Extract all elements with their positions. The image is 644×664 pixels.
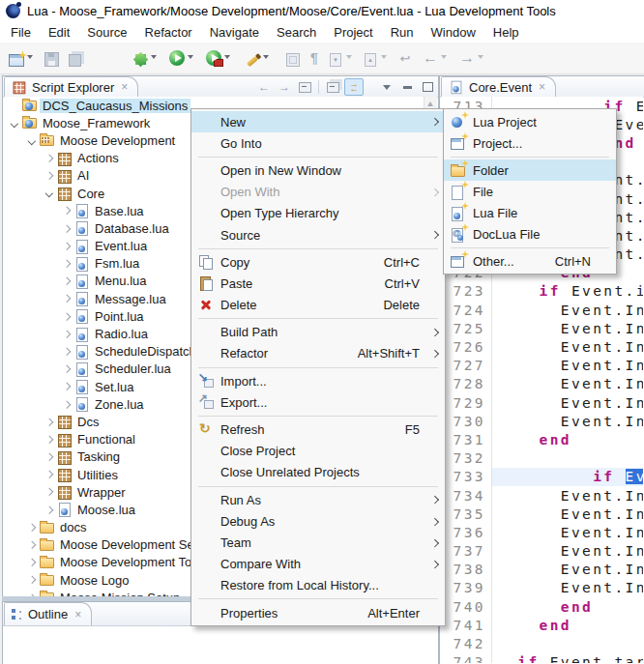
line-number[interactable]: 734	[441, 488, 491, 504]
prev-annotation-button[interactable]: ▲	[360, 46, 381, 70]
code-line-737[interactable]: 737 Event.IniDCSUnitName = Event.IniDCSU…	[441, 542, 643, 561]
menu-item-close-project[interactable]: Close Project	[191, 441, 445, 462]
code-line-725[interactable]: 725 Event.IniDCSUnitName = Event.IniDCSU…	[441, 319, 643, 337]
close-icon[interactable]: ×	[121, 80, 128, 94]
menu-item-properties[interactable]: PropertiesAlt+Enter	[191, 602, 445, 623]
menu-item-refactor[interactable]: RefactorAlt+Shift+T	[191, 343, 445, 364]
link-with-editor-icon[interactable]: →←	[344, 78, 364, 96]
line-number[interactable]: 733	[441, 469, 491, 484]
new-wizard-dropdown[interactable]	[27, 55, 33, 59]
chevron-collapsed-icon[interactable]	[25, 525, 39, 531]
menu-item-source[interactable]: Source	[191, 224, 445, 245]
chevron-expanded-icon[interactable]	[43, 190, 56, 196]
close-icon[interactable]: ×	[74, 608, 81, 621]
brush-button[interactable]	[242, 46, 263, 70]
forward-button[interactable]: →	[456, 46, 478, 70]
menu-item-go-into[interactable]: Go Into	[191, 132, 445, 154]
code-line-735[interactable]: 735 Event.IniGroupName = Event.IniDCSGro…	[441, 505, 643, 523]
chevron-collapsed-icon[interactable]	[43, 454, 56, 460]
back-history-icon[interactable]: ←	[255, 79, 273, 95]
external-tools-button[interactable]	[203, 46, 224, 70]
line-number[interactable]: 739	[441, 580, 491, 595]
code-line-726[interactable]: 726 Event.IniUnitName = Event.IniDCSUnit…	[441, 337, 643, 356]
debug-button[interactable]	[130, 46, 151, 70]
code-line-738[interactable]: 738 Event.IniUnitName = Event.IniDCSUnit…	[441, 561, 643, 579]
line-number[interactable]: 741	[441, 618, 491, 633]
line-number[interactable]: 735	[441, 506, 491, 522]
line-number[interactable]: 740	[441, 599, 491, 615]
tab-core-event[interactable]: Core.Event ×	[441, 76, 556, 97]
debug-dropdown[interactable]	[151, 55, 157, 59]
chevron-collapsed-icon[interactable]	[43, 156, 56, 161]
code-line-739[interactable]: 739 Event.IniUnit = UNIT:FindByName( Eve…	[441, 579, 643, 597]
menu-item-lua-project[interactable]: Lua Project	[444, 111, 616, 132]
new-wizard-button[interactable]	[6, 46, 27, 70]
code-line-741[interactable]: 741 end	[441, 616, 643, 634]
line-number[interactable]: 736	[441, 525, 491, 540]
chevron-collapsed-icon[interactable]	[43, 173, 56, 179]
code-line-728[interactable]: 728 Event.IniDCSGroup = Event.IniDCSUnit…	[441, 375, 643, 393]
collapse-all-icon[interactable]	[324, 79, 341, 95]
maximize-icon[interactable]	[419, 79, 436, 95]
chevron-collapsed-icon[interactable]	[25, 560, 39, 565]
line-number[interactable]: 729	[441, 395, 491, 411]
menu-item-open-type-hierarchy[interactable]: Open Type Hierarchy	[191, 203, 445, 224]
line-number[interactable]: 732	[441, 450, 491, 466]
chevron-collapsed-icon[interactable]	[25, 577, 39, 583]
line-number[interactable]: 728	[441, 376, 491, 391]
menu-item-build-path[interactable]: Build Path	[191, 322, 445, 343]
chevron-collapsed-icon[interactable]	[60, 208, 73, 214]
chevron-collapsed-icon[interactable]	[60, 366, 73, 372]
line-number[interactable]: 731	[441, 432, 491, 447]
view-menu-icon[interactable]	[378, 79, 395, 95]
code-line-740[interactable]: 740 end	[441, 597, 643, 616]
open-element-button[interactable]	[282, 46, 304, 70]
chevron-collapsed-icon[interactable]	[25, 542, 39, 548]
menu-item-other[interactable]: Other...Ctrl+N	[444, 250, 616, 272]
show-whitespace-button[interactable]: ¶	[304, 46, 325, 70]
menu-item-lua-file[interactable]: Lua File	[444, 202, 616, 223]
menu-item-doclua-file[interactable]: DocLua File	[444, 223, 616, 245]
menubar-item-help[interactable]: Help	[484, 23, 528, 42]
chevron-collapsed-icon[interactable]	[60, 332, 73, 337]
menu-item-folder[interactable]: Folder	[444, 159, 616, 181]
back-dropdown[interactable]	[441, 55, 447, 59]
menubar-item-navigate[interactable]: Navigate	[201, 23, 268, 42]
next-annotation-button[interactable]: ▼	[325, 46, 346, 70]
chevron-collapsed-icon[interactable]	[60, 261, 73, 267]
line-number[interactable]: 726	[441, 339, 491, 355]
menu-item-import[interactable]: Import...	[191, 370, 445, 391]
last-edit-location-button[interactable]: ↩	[395, 46, 416, 70]
external-tools-dropdown[interactable]	[224, 55, 230, 59]
code-line-732[interactable]: 732	[441, 449, 643, 468]
save-all-button[interactable]	[64, 46, 85, 70]
menu-item-open-with[interactable]: Open With	[191, 182, 445, 203]
code-line-730[interactable]: 730 Event.IniGroupName = Event.IniDCSGro…	[441, 412, 643, 430]
run-button[interactable]	[166, 46, 188, 70]
chevron-collapsed-icon[interactable]	[43, 419, 56, 425]
code-line-731[interactable]: 731 end	[441, 430, 643, 448]
menu-item-open-in-new-window[interactable]: Open in New Window	[191, 159, 445, 181]
line-number[interactable]: 725	[441, 321, 491, 336]
chevron-collapsed-icon[interactable]	[60, 402, 73, 408]
code-line-733[interactable]: 733 if Event.IniDCSGroup and Event.IniDC…	[441, 468, 643, 486]
chevron-collapsed-icon[interactable]	[60, 384, 73, 390]
menubar-item-search[interactable]: Search	[268, 23, 325, 42]
save-button[interactable]	[41, 46, 62, 70]
forward-dropdown[interactable]	[478, 55, 483, 59]
menu-item-run-as[interactable]: Run As	[191, 489, 445, 510]
menu-item-paste[interactable]: PasteCtrl+V	[191, 273, 445, 294]
menubar-item-file[interactable]: File	[2, 23, 40, 42]
code-line-724[interactable]: 724 Event.IniDCSUnit = Event.initiator	[441, 301, 643, 319]
menu-item-compare-with[interactable]: Compare With	[191, 554, 445, 575]
menu-item-close-unrelated-projects[interactable]: Close Unrelated Projects	[191, 462, 445, 483]
chevron-collapsed-icon[interactable]	[60, 314, 73, 320]
chevron-collapsed-icon[interactable]	[60, 244, 73, 249]
run-dropdown[interactable]	[188, 55, 193, 59]
menu-item-file[interactable]: File	[444, 181, 616, 202]
forward-history-icon[interactable]: →	[276, 79, 293, 95]
code-line-734[interactable]: 734 Event.IniDCSGroupName = Event.IniDCS…	[441, 486, 643, 505]
close-icon[interactable]: ×	[539, 80, 545, 94]
chevron-collapsed-icon[interactable]	[43, 489, 56, 495]
menu-item-export[interactable]: Export...	[191, 391, 445, 413]
